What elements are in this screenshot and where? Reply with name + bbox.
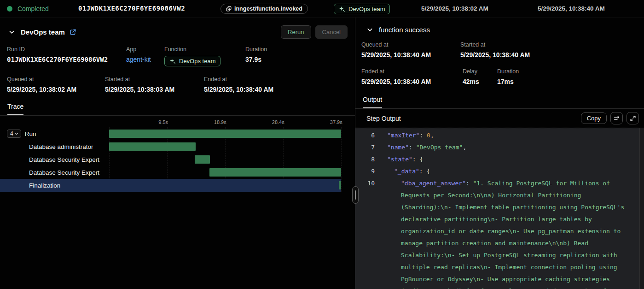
step-delay-value: 42ms [463,78,497,85]
step-details-panel: function success Queued at 5/29/2025, 10… [355,18,644,289]
trace-ticks: 9.5s18.9s28.4s37.9s [109,119,341,127]
trace-span-bar [109,130,341,138]
sparkle-icon [169,58,176,65]
trace-row-label: Finalization [29,182,60,189]
step-output-title: Step Output [366,115,401,122]
run-id: 01JWDK1XE6C270F6YE69086VW2 [78,5,185,12]
trace-row[interactable]: Database administrator [0,140,341,153]
chevron-down-icon [14,131,19,136]
trace-timeline: 9.5s18.9s28.4s37.9s 4 Run Database admin… [0,116,355,192]
function-label: Function [164,46,245,53]
copy-button[interactable]: Copy [581,112,607,124]
code-line: 9"_data": { [355,165,644,177]
panel-resize-handle[interactable] [352,186,359,204]
ended-at-label: Ended at [204,76,273,83]
cancel-button[interactable]: Cancel [315,25,348,39]
step-ended-value: 5/29/2025, 10:38:40 AM [361,78,463,85]
trace-span-bar [209,168,341,177]
collapse-run-chevron-icon[interactable] [7,28,16,36]
sparkle-icon [339,6,345,12]
duration-label: Duration [245,46,267,53]
step-output-code: 6"maxIter": 0,7"name": "DevOps team",8"s… [355,128,644,289]
function-badge-label: DevOps team [179,58,215,65]
collapse-step-chevron-icon[interactable] [366,25,374,34]
trace-row-label: Run [25,130,36,137]
app-link[interactable]: agent-kit [126,56,164,63]
trace-span-bar [339,181,341,189]
code-scrollbar[interactable] [639,128,644,289]
run-status: Completed [17,5,49,12]
run-id-value: 01JWDK1XE6C270F6YE69086VW2 [7,56,126,63]
event-icon [226,6,232,12]
function-badge-label: DevOps team [348,6,385,12]
step-started-label: Started at [460,41,530,48]
tab-output[interactable]: Output [363,96,382,108]
trace-span-bar [195,155,210,164]
trace-row-label: Database Security Expert [29,156,99,163]
started-at-value: 5/29/2025, 10:38:03 AM [105,86,204,93]
code-line-number: 8 [355,153,375,165]
step-ended-label: Ended at [361,68,463,75]
event-badge-label: inngest/function.invoked [234,6,302,12]
timeline-tick-label: 18.9s [214,119,226,125]
queued-at-value: 5/29/2025, 10:38:02 AM [7,86,105,93]
step-queued-label: Queued at [361,41,460,48]
step-started-value: 5/29/2025, 10:38:40 AM [460,51,530,59]
code-line-number: 6 [355,130,375,142]
topbar-ended-timestamp: 5/29/2025, 10:38:40 AM [538,5,605,12]
word-wrap-icon [614,115,620,122]
code-line-number: 9 [355,165,375,177]
step-duration-label: Duration [497,68,519,75]
status-dot-icon [7,6,12,12]
run-id-label: Run ID [7,46,126,53]
ended-at-value: 5/29/2025, 10:38:40 AM [204,86,273,93]
run-title: DevOps team [21,28,65,36]
timeline-tick-label: 37.9s [330,119,342,125]
tab-trace[interactable]: Trace [7,103,23,115]
code-line: 6"maxIter": 0, [355,130,644,142]
trace-rows: 4 Run Database administrator Database Se… [0,127,341,192]
timeline-tick-label: 9.5s [158,119,168,125]
app-label: App [126,46,164,53]
trace-span-bar [109,142,196,151]
code-line: 8"state": { [355,153,644,165]
word-wrap-button[interactable] [610,112,623,124]
trace-row[interactable]: Finalization [0,179,341,192]
step-queued-value: 5/29/2025, 10:38:40 AM [361,51,460,59]
function-badge[interactable]: DevOps team [164,56,220,66]
expand-button[interactable] [627,112,639,124]
run-details-panel: DevOps team Rerun Cancel Run ID 01JWDK1X… [0,18,355,289]
trace-row-label: Database administrator [29,143,93,150]
function-badge-topbar[interactable]: DevOps team [334,4,390,14]
code-line-number: 7 [355,142,375,153]
code-lines: 6"maxIter": 0,7"name": "DevOps team",8"s… [355,130,644,289]
step-title: function success [379,26,430,34]
span-count: 4 [10,130,13,137]
queued-at-label: Queued at [7,76,105,83]
topbar-queued-timestamp: 5/29/2025, 10:38:02 AM [421,5,488,12]
span-count-dropdown[interactable]: 4 [7,130,21,138]
step-delay-label: Delay [463,68,497,75]
trace-row-label: Database Security Expert [29,169,99,176]
external-link-icon[interactable] [70,29,76,35]
rerun-button[interactable]: Rerun [281,25,311,39]
started-at-label: Started at [105,76,204,83]
step-duration-value: 17ms [497,78,519,85]
timeline-tick-label: 28.4s [272,119,284,125]
trace-row[interactable]: Database Security Expert [0,153,341,166]
trace-row[interactable]: Database Security Expert [0,166,341,179]
top-status-bar: Completed 01JWDK1XE6C270F6YE69086VW2 inn… [0,0,644,18]
duration-value: 37.9s [245,56,267,63]
expand-icon [630,115,636,122]
event-badge[interactable]: inngest/function.invoked [220,4,308,14]
code-line: 7"name": "DevOps team", [355,142,644,153]
code-line: 10"dba_agent_answer": "1. Scaling Postgr… [355,177,644,289]
trace-row[interactable]: 4 Run [0,127,341,140]
